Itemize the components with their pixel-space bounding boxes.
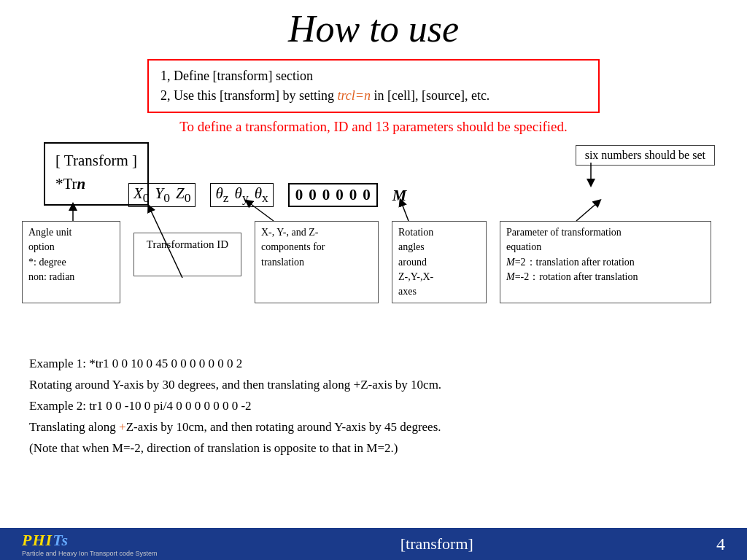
zero6: 0 <box>363 186 371 204</box>
bracket-label: [ Transform ] <box>55 149 137 173</box>
zero5: 0 <box>349 186 357 204</box>
param-line1: Parameter of transformation <box>506 225 705 240</box>
xyz-bracket-group: X0 Y0 Z0 <box>128 183 196 207</box>
step1-line: 1, Define [transform] section <box>160 66 587 86</box>
main-diagram: six numbers should be set [ Transform ] … <box>22 142 729 346</box>
examples-section: Example 1: *tr1 0 0 10 0 45 0 0 0 0 0 0 … <box>29 354 725 459</box>
step2-line: 2, Use this [transform] by setting trcl=… <box>160 86 587 106</box>
footer-logo-sub: Particle and Heavy Ion Transport code Sy… <box>22 550 158 557</box>
subtitle: To define a transformation, ID and 13 pa… <box>22 119 725 135</box>
transformation-id-text: Transformation ID <box>147 238 228 250</box>
example2-desc: Translating along +Z-axis by 10cm, and t… <box>29 417 725 438</box>
example2-label: Example 2: tr1 0 0 -10 0 pi/4 0 0 0 0 0 … <box>29 396 725 417</box>
logo-ts: Ts <box>53 531 69 549</box>
parameter-box: Parameter of transformation equation M=2… <box>500 221 711 303</box>
footer-center-text: [transform] <box>400 534 473 553</box>
example1-desc: Rotating around Y-axis by 30 degrees, an… <box>29 375 725 396</box>
footer-logo: PHITs Particle and Heavy Ion Transport c… <box>22 531 158 557</box>
y0-label: Y0 <box>155 184 170 206</box>
param-line2: equation <box>506 240 705 254</box>
six-callout-text: six numbers should be set <box>585 149 705 161</box>
zero1: 0 <box>295 186 303 204</box>
angle-unit-text: Angle unitoption*: degreenon: radian <box>28 225 114 284</box>
theta-y-label: θy <box>235 184 249 206</box>
annotation-row: Angle unitoption*: degreenon: radian Tra… <box>22 221 729 303</box>
x0-label: X0 <box>133 184 150 206</box>
ex2-suffix: Z-axis by 10cm, and then rotating around… <box>126 420 441 434</box>
syntax-line: X0 Y0 Z0 θz θy θx 0 0 0 0 0 0 M <box>44 183 406 207</box>
param-m-2: M=-2：rotation after translation <box>506 270 705 284</box>
page-title: How to use <box>22 7 725 50</box>
z0-label: Z0 <box>176 184 190 206</box>
rotation-angles-box: RotationanglesaroundZ-,Y-,X-axes <box>392 221 487 303</box>
ex2-prefix: Translating along <box>29 420 119 434</box>
theta-bracket-group: θz θy θx <box>210 183 273 207</box>
theta-z-label: θz <box>215 184 228 206</box>
theta-x-label: θx <box>255 184 268 206</box>
step2-prefix: 2, Use this [transform] by setting <box>160 88 337 103</box>
page: How to use 1, Define [transform] section… <box>0 0 747 560</box>
six-numbers-callout: six numbers should be set <box>576 145 715 166</box>
footer: PHITs Particle and Heavy Ion Transport c… <box>0 528 747 560</box>
footer-logo-text: PHITs <box>22 531 69 550</box>
example1-label: Example 1: *tr1 0 0 10 0 45 0 0 0 0 0 0 … <box>29 354 725 375</box>
zero3: 0 <box>322 186 330 204</box>
footer-page-number: 4 <box>716 534 725 554</box>
zero4: 0 <box>336 186 344 204</box>
ex2-plus: + <box>119 420 126 434</box>
trcl-highlight: trcl=n <box>337 88 370 103</box>
angle-unit-box: Angle unitoption*: degreenon: radian <box>22 221 120 303</box>
M-label: M <box>392 186 407 205</box>
svg-line-5 <box>576 202 598 221</box>
transformation-id-box: Transformation ID <box>133 233 241 276</box>
example3: (Note that when M=-2, direction of trans… <box>29 438 725 459</box>
logo-phi: PHI <box>22 531 53 549</box>
rotation-text: RotationanglesaroundZ-,Y-,X-axes <box>398 225 480 299</box>
step2-suffix: in [cell], [source], etc. <box>371 88 489 103</box>
six-zeros-group: 0 0 0 0 0 0 <box>288 183 378 207</box>
xyz-text: X-, Y-, and Z-components fortranslation <box>261 225 372 270</box>
xyz-components-box: X-, Y-, and Z-components fortranslation <box>255 221 379 303</box>
zero2: 0 <box>309 186 317 204</box>
steps-box: 1, Define [transform] section 2, Use thi… <box>147 59 600 113</box>
param-m2: M=2：translation after rotation <box>506 255 705 270</box>
